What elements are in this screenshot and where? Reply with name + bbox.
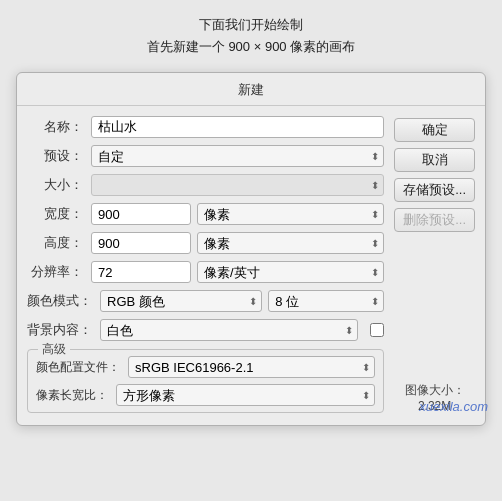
bg-wrap: 白色 ⬍ xyxy=(100,319,358,341)
dialog-title: 新建 xyxy=(17,73,485,106)
buttons-area: 确定 取消 存储预设... 删除预设... 图像大小： 2.32M xyxy=(394,116,475,413)
pixel-aspect-wrap: 方形像素 ⬍ xyxy=(116,384,375,406)
color-mode-label: 颜色模式： xyxy=(27,292,100,310)
ok-button[interactable]: 确定 xyxy=(394,118,475,142)
headline-line1: 下面我们开始绘制 xyxy=(10,14,492,36)
bg-row: 背景内容： 白色 ⬍ xyxy=(27,319,384,341)
width-label: 宽度： xyxy=(27,205,91,223)
pixel-aspect-select[interactable]: 方形像素 xyxy=(116,384,375,406)
pixel-aspect-label: 像素长宽比： xyxy=(36,387,116,404)
size-select-wrap: ⬍ xyxy=(91,174,384,196)
height-row: 高度： 像素 ⬍ xyxy=(27,232,384,254)
resolution-label: 分辨率： xyxy=(27,263,91,281)
color-bit-wrap: 8 位 ⬍ xyxy=(268,290,384,312)
color-mode-select[interactable]: RGB 颜色 xyxy=(100,290,262,312)
width-row: 宽度： 像素 ⬍ xyxy=(27,203,384,225)
headline-line2: 首先新建一个 900 × 900 像素的画布 xyxy=(10,36,492,58)
bg-checkbox-wrap xyxy=(370,323,384,337)
watermark: xuexila.com xyxy=(419,399,488,414)
height-unit-select[interactable]: 像素 xyxy=(197,232,384,254)
bg-checkbox[interactable] xyxy=(370,323,384,337)
color-bit-select[interactable]: 8 位 xyxy=(268,290,384,312)
color-mode-wrap: RGB 颜色 ⬍ xyxy=(100,290,262,312)
size-row: 大小： ⬍ xyxy=(27,174,384,196)
advanced-group: 高级 颜色配置文件： sRGB IEC61966-2.1 ⬍ 像素 xyxy=(27,349,384,413)
size-select[interactable] xyxy=(91,174,384,196)
width-unit-wrap: 像素 ⬍ xyxy=(197,203,384,225)
advanced-group-label: 高级 xyxy=(38,341,70,358)
color-profile-row: 颜色配置文件： sRGB IEC61966-2.1 ⬍ xyxy=(36,356,375,378)
delete-preset-button[interactable]: 删除预设... xyxy=(394,208,475,232)
bg-label: 背景内容： xyxy=(27,321,100,339)
name-input[interactable] xyxy=(91,116,384,138)
color-profile-label: 颜色配置文件： xyxy=(36,359,128,376)
height-unit-wrap: 像素 ⬍ xyxy=(197,232,384,254)
preset-select[interactable]: 自定 xyxy=(91,145,384,167)
height-input[interactable] xyxy=(91,232,191,254)
color-profile-select[interactable]: sRGB IEC61966-2.1 xyxy=(128,356,375,378)
bg-select[interactable]: 白色 xyxy=(100,319,358,341)
preset-select-wrap: 自定 ⬍ xyxy=(91,145,384,167)
name-label: 名称： xyxy=(27,118,91,136)
resolution-unit-select[interactable]: 像素/英寸 xyxy=(197,261,384,283)
width-unit-select[interactable]: 像素 xyxy=(197,203,384,225)
color-profile-wrap: sRGB IEC61966-2.1 ⬍ xyxy=(128,356,375,378)
resolution-row: 分辨率： 像素/英寸 ⬍ xyxy=(27,261,384,283)
resolution-input[interactable] xyxy=(91,261,191,283)
preset-row: 预设： 自定 ⬍ xyxy=(27,145,384,167)
height-label: 高度： xyxy=(27,234,91,252)
pixel-aspect-row: 像素长宽比： 方形像素 ⬍ xyxy=(36,384,375,406)
new-dialog: 新建 名称： 预设： 自定 ⬍ xyxy=(16,72,486,426)
save-preset-button[interactable]: 存储预设... xyxy=(394,178,475,202)
size-label: 大小： xyxy=(27,176,91,194)
width-input[interactable] xyxy=(91,203,191,225)
form-area: 名称： 预设： 自定 ⬍ 大小： xyxy=(27,116,384,413)
color-mode-row: 颜色模式： RGB 颜色 ⬍ 8 位 ⬍ xyxy=(27,290,384,312)
preset-label: 预设： xyxy=(27,147,91,165)
name-row: 名称： xyxy=(27,116,384,138)
cancel-button[interactable]: 取消 xyxy=(394,148,475,172)
resolution-unit-wrap: 像素/英寸 ⬍ xyxy=(197,261,384,283)
image-size-label: 图像大小： xyxy=(394,382,475,399)
